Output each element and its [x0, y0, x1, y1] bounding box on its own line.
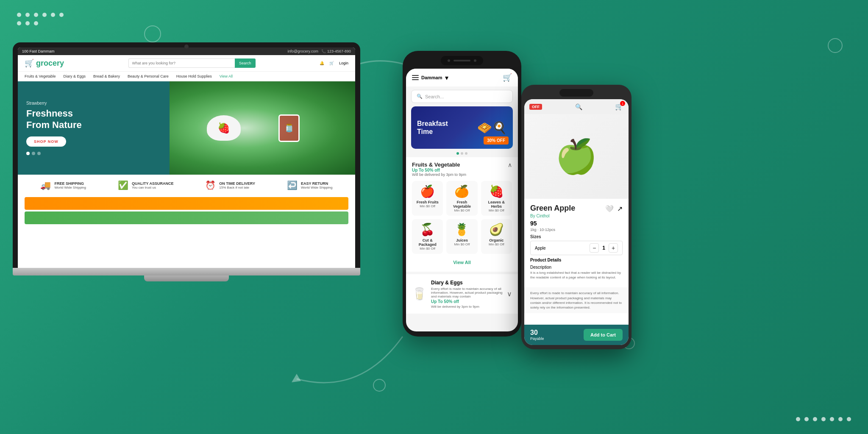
bg-circle-2 — [828, 38, 843, 53]
organic-label: Organic — [484, 238, 509, 242]
hero-dot-1[interactable] — [26, 152, 30, 155]
nav-diary[interactable]: Diary & Eggs — [64, 74, 86, 78]
feature-quality: ✅ QUALITY ASSURANCE You can trust us — [118, 180, 174, 190]
p1-cat-leaves[interactable]: 🍓 Leaves & Herbs Min $0 Off — [481, 181, 512, 216]
p2-quantity: 1 — [602, 245, 605, 251]
phone2-screen: OFF 🔍 🛒 1 🍏 Green Apple 🤍 ↗ — [524, 99, 629, 345]
p1-cat-organic[interactable]: 🥑 Organic Min $0 Off — [481, 219, 512, 254]
banner-dot-2[interactable] — [461, 152, 463, 155]
p1-cat-fresh-veg[interactable]: 🍊 Fresh Vegetable Min $0 Off — [446, 181, 477, 216]
hero-carousel-dots — [26, 152, 161, 155]
nav-view-all[interactable]: View All — [220, 74, 233, 78]
p2-cart-badge[interactable]: 🛒 1 — [615, 103, 623, 111]
p1-cat-juices[interactable]: 🍍 Juices Min $0 Off — [446, 219, 477, 254]
phone1-speaker — [453, 60, 470, 61]
fresh-fruits-label: Fresh Fruits — [415, 200, 440, 204]
p1-cat-fresh-fruits[interactable]: 🍎 Fresh Fruits Min $0 Off — [412, 181, 443, 216]
banner-dot-1[interactable] — [456, 152, 459, 155]
p1-section-desc: Will be delivered by 3pm to 9pm — [412, 172, 466, 177]
search-bar[interactable]: Search — [128, 58, 256, 68]
apple-icon: 🍏 — [555, 136, 598, 176]
banner-dot-3[interactable] — [465, 152, 467, 155]
phone1-notch — [441, 56, 483, 65]
p1-location[interactable]: Dammam — [421, 75, 442, 80]
cut-packaged-discount: Min $0 Off — [415, 247, 440, 250]
nav-beauty[interactable]: Beauty & Personal Care — [128, 74, 169, 78]
p1-search-bar[interactable]: 🔍 Search... — [411, 90, 513, 103]
p1-section-title: Fruits & Vegetable — [412, 161, 466, 168]
p1-view-all[interactable]: View All — [412, 257, 512, 267]
promo-bar-orange — [25, 197, 348, 210]
p1-section-discount: Up To 50% off — [412, 168, 466, 172]
p2-qty-decrease[interactable]: − — [590, 243, 599, 253]
p2-total-price: 30 — [530, 329, 544, 337]
p2-search-icon[interactable]: 🔍 — [575, 103, 582, 110]
bell-icon[interactable]: 🔔 — [320, 61, 324, 65]
p2-details-label: Product Details — [530, 258, 623, 262]
hero-section: Strawberry Freshness From Nature SHOP NO… — [18, 81, 355, 175]
feature-shipping-text: FREE SHIPPING World Wide Shipping — [54, 181, 86, 189]
search-button[interactable]: Search — [235, 58, 256, 68]
diary-discount: Up To 50% off — [431, 299, 503, 304]
hero-dot-2[interactable] — [32, 152, 35, 155]
cut-packaged-icon: 🍒 — [415, 223, 440, 236]
p1-diary-chevron[interactable]: ∨ — [507, 290, 512, 298]
p2-product-price: 95 — [530, 220, 623, 227]
shop-now-button[interactable]: SHOP NOW — [26, 136, 66, 147]
p1-cat-cut[interactable]: 🍒 Cut & Packaged Min $0 Off — [412, 219, 443, 254]
p2-add-to-cart-bar: 30 Payable Add to Cart — [524, 325, 629, 345]
hamburger-menu[interactable] — [412, 75, 419, 80]
p2-wishlist-icon[interactable]: 🤍 — [605, 205, 614, 213]
hero-subtitle: Strawberry — [26, 101, 161, 106]
feature-delivery: ⏰ ON TIME DELIVERY 15% Back if not late — [205, 180, 255, 190]
search-input[interactable] — [128, 58, 235, 68]
feature-quality-text: QUALITY ASSURANCE You can trust us — [132, 181, 174, 189]
phone1-screen: Dammam ▾ 🛒 🔍 Search... Breakfast Time 🧇� — [406, 69, 518, 331]
bg-circle-1 — [144, 25, 161, 42]
login-button[interactable]: Login — [339, 61, 348, 65]
p2-share-icon[interactable]: ↗ — [617, 205, 623, 213]
website-nav: Fruits & Vegetable Diary & Eggs Bread & … — [18, 72, 355, 81]
juices-discount: Min $0 Off — [450, 242, 474, 246]
quality-icon: ✅ — [118, 180, 128, 190]
juices-icon: 🍍 — [450, 223, 474, 236]
header-icons: 🔔 🛒 Login — [320, 61, 348, 65]
arrow-bottom — [288, 328, 415, 413]
p2-qty-increase[interactable]: + — [609, 243, 618, 253]
p2-size-option[interactable]: Apple − 1 + — [530, 241, 623, 255]
add-to-cart-button[interactable]: Add to Cart — [584, 329, 623, 341]
hero-image: 🍓 🫙 — [170, 81, 355, 175]
p2-description-text: It is a long established fact that a rea… — [530, 270, 623, 280]
nav-household[interactable]: House Hold Supplies — [176, 74, 212, 78]
decorative-dots-top-left — [17, 13, 68, 25]
website-header: 🛒 grocery Search 🔔 🛒 Login — [18, 55, 355, 72]
p1-categories-grid: 🍎 Fresh Fruits Min $0 Off 🍊 Fresh Vegeta… — [412, 181, 512, 254]
fresh-veg-label: Fresh Vegetable — [450, 200, 474, 209]
fresh-veg-icon: 🍊 — [450, 184, 474, 198]
feature-delivery-text: ON TIME DELIVERY 15% Back if not late — [219, 181, 255, 189]
feature-return: ↩️ EASY RETURN World Wide Shipping — [287, 180, 333, 190]
p2-off-badge: OFF — [529, 104, 542, 110]
hero-dot-3[interactable] — [37, 152, 41, 155]
phone2-mockup: OFF 🔍 🛒 1 🍏 Green Apple 🤍 ↗ — [521, 85, 632, 349]
phone2-body: OFF 🔍 🛒 1 🍏 Green Apple 🤍 ↗ — [521, 85, 632, 349]
laptop-camera — [184, 45, 189, 49]
p1-section-chevron[interactable]: ∧ — [508, 161, 512, 168]
delivery-icon: ⏰ — [205, 180, 216, 190]
cart-icon[interactable]: 🛒 — [329, 61, 334, 65]
phone1-sensor — [474, 59, 476, 62]
nav-fruits[interactable]: Fruits & Vegetable — [25, 74, 56, 78]
decorative-dots-bottom-right — [796, 417, 851, 421]
nav-bread[interactable]: Bread & Bakery — [93, 74, 120, 78]
fresh-veg-discount: Min $0 Off — [450, 209, 474, 212]
p1-cart-icon[interactable]: 🛒 — [503, 73, 512, 82]
p2-payable-label: Payable — [530, 337, 544, 341]
laptop-screen: 100 Fast Dammam info@grocery.com 📞 123-4… — [18, 47, 355, 268]
phone2-notch — [559, 89, 593, 97]
organic-icon: 🥑 — [484, 223, 509, 236]
fresh-fruits-icon: 🍎 — [415, 184, 440, 198]
laptop-stand — [144, 275, 229, 281]
p1-dropdown-icon[interactable]: ▾ — [445, 74, 448, 82]
phone1-camera — [448, 59, 450, 62]
diary-title: Diary & Eggs — [431, 280, 463, 286]
